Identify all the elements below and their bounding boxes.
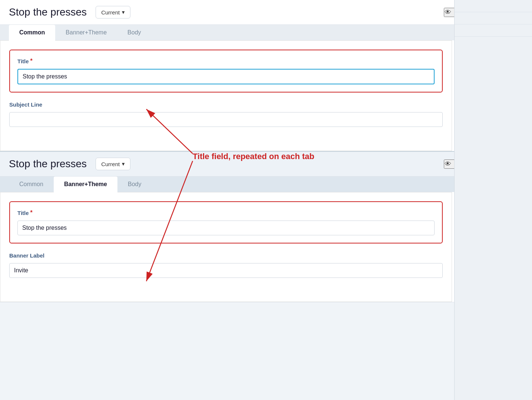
panel-2-header: Stop the presses Current ▾ 👁 Live Previe…: [0, 152, 532, 177]
tab-body-2[interactable]: Body: [117, 177, 152, 192]
banner-field-label: Banner Label: [9, 252, 443, 259]
tab-common-1[interactable]: Common: [9, 25, 55, 41]
current-dropdown-2[interactable]: Current ▾: [96, 158, 130, 170]
chevron-down-icon-1: ▾: [122, 9, 125, 16]
panel-2-title: Stop the presses: [9, 158, 87, 170]
banner-label-section: Banner Label: [9, 252, 443, 278]
panel-2-tabs: Common Banner+Theme Body: [0, 177, 532, 192]
right-side-panel: [454, 0, 532, 400]
current-dropdown-label-1: Current: [101, 9, 120, 16]
title-field-label-1: Title *: [17, 58, 435, 64]
panel-2: Stop the presses Current ▾ 👁 Live Previe…: [0, 151, 532, 302]
current-dropdown-1[interactable]: Current ▾: [96, 6, 130, 19]
current-dropdown-label-2: Current: [101, 161, 120, 167]
title-input-1[interactable]: [17, 69, 435, 84]
subject-section-1: Subject Line: [9, 101, 443, 127]
panel-1-header: Stop the presses Current ▾ 👁 Live Previe…: [0, 0, 532, 25]
tab-common-2[interactable]: Common: [9, 177, 54, 192]
tab-body-1[interactable]: Body: [117, 25, 151, 40]
panel-1-tabs: Common Banner+Theme Body: [0, 25, 532, 40]
right-panel-row-3: [455, 24, 532, 37]
panel-1-title: Stop the presses: [9, 6, 87, 18]
right-panel-row-1: [455, 0, 532, 12]
chevron-down-icon-2: ▾: [122, 161, 125, 167]
eye-icon-2: 👁: [445, 160, 451, 168]
title-field-section-2: Title *: [9, 201, 443, 243]
panel-1-content: Title * Subject Line: [0, 40, 452, 151]
title-required-1: *: [30, 58, 33, 64]
subject-label-1: Subject Line: [9, 101, 443, 108]
panel-2-content: Title * Banner Label: [0, 192, 452, 302]
panel-1: Stop the presses Current ▾ 👁 Live Previe…: [0, 0, 532, 151]
title-field-section-1: Title *: [9, 50, 443, 93]
banner-input[interactable]: [9, 263, 443, 278]
right-panel-row-2: [455, 12, 532, 24]
title-field-label-2: Title *: [17, 209, 435, 216]
title-input-2[interactable]: [17, 221, 435, 235]
tab-banner-theme-2[interactable]: Banner+Theme: [54, 177, 117, 192]
title-required-2: *: [30, 209, 33, 216]
subject-input-1[interactable]: [9, 112, 443, 127]
eye-icon-1: 👁: [445, 9, 451, 16]
tab-banner-theme-1[interactable]: Banner+Theme: [55, 25, 117, 40]
